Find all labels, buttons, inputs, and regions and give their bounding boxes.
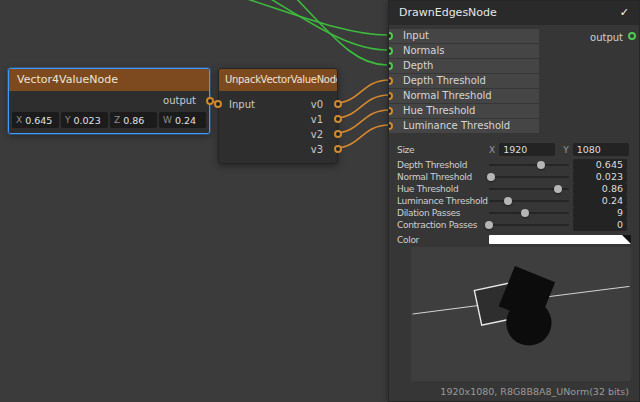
size-x-field[interactable]: 1920 [499, 143, 555, 156]
dilation-passes-value[interactable]: 9 [573, 207, 627, 219]
color-expand-icon[interactable] [622, 235, 631, 244]
slider-row-hue-threshold: Hue Threshold 0.86 [397, 183, 631, 195]
slider-row-luminance-threshold: Luminance Threshold 0.24 [397, 195, 631, 207]
slider-track [489, 212, 569, 214]
edge-to-input[interactable] [238, 0, 387, 35]
normal-threshold-slider[interactable] [489, 171, 569, 183]
w-field-label: W [163, 115, 172, 125]
edge-v0-to-depth-threshold[interactable] [335, 80, 389, 103]
v1-port-icon[interactable] [334, 115, 342, 123]
normals-port-icon[interactable] [389, 47, 393, 55]
v3-port-icon[interactable] [334, 145, 342, 153]
node-drawnedges[interactable]: DrawnEdgesNode ✓ Input Normals Depth Dep… [388, 0, 640, 402]
dilation-passes-slider[interactable] [489, 207, 569, 219]
depth-threshold-value[interactable]: 0.645 [573, 159, 627, 171]
node-graph-canvas[interactable]: Vector4ValueNode output X 0.645 Y 0.023 … [0, 0, 640, 402]
slider-handle[interactable] [485, 221, 493, 229]
v3-port-label: v3 [311, 144, 323, 155]
hue-threshold-port-icon[interactable] [389, 107, 393, 115]
slider-handle[interactable] [504, 197, 512, 205]
v0-output-row: v0 [219, 97, 337, 112]
color-label: Color [397, 235, 489, 245]
depth-threshold-port-label: Depth Threshold [403, 75, 486, 86]
input-port-label: Input [403, 30, 429, 41]
x-field[interactable]: X 0.645 [12, 112, 59, 128]
hue-threshold-slider[interactable] [489, 183, 569, 195]
luminance-threshold-label: Luminance Threshold [397, 196, 489, 206]
slider-row-depth-threshold: Depth Threshold 0.645 [397, 159, 631, 171]
y-field-label: Y [65, 115, 71, 125]
drawnedges-output-row: output [590, 29, 639, 43]
input-row-normals: Normals [389, 44, 539, 58]
dilation-passes-label: Dilation Passes [397, 208, 489, 218]
node-preview [411, 247, 631, 381]
slider-row-normal-threshold: Normal Threshold 0.023 [397, 171, 631, 183]
hue-threshold-value[interactable]: 0.86 [573, 183, 627, 195]
slider-track [489, 224, 569, 226]
w-field-value[interactable]: 0.24 [175, 115, 196, 126]
input-row-depth: Depth [389, 59, 539, 73]
edge-v3-to-luminance-threshold[interactable] [335, 125, 389, 148]
v1-output-row: v1 [219, 112, 337, 127]
input-row-hue-threshold: Hue Threshold [389, 104, 539, 118]
edge-v2-to-hue-threshold[interactable] [335, 110, 389, 133]
luminance-threshold-value[interactable]: 0.24 [573, 195, 627, 207]
depth-port-icon[interactable] [389, 62, 393, 70]
node-title-drawnedges[interactable]: DrawnEdgesNode ✓ [389, 1, 639, 25]
color-swatch[interactable] [489, 235, 631, 244]
slider-handle[interactable] [487, 173, 495, 181]
normal-threshold-port-icon[interactable] [389, 92, 393, 100]
slider-handle[interactable] [521, 209, 529, 217]
contraction-passes-slider[interactable] [489, 219, 569, 231]
size-y-field[interactable]: 1080 [573, 143, 629, 156]
luminance-threshold-slider[interactable] [489, 195, 569, 207]
input-port-icon[interactable] [389, 32, 393, 40]
v0-port-label: v0 [311, 99, 323, 110]
slider-row-dilation-passes: Dilation Passes 9 [397, 207, 631, 219]
v0-port-icon[interactable] [334, 100, 342, 108]
contraction-passes-label: Contraction Passes [397, 220, 489, 230]
drawnedges-title-text: DrawnEdgesNode [399, 6, 497, 19]
preview-render [411, 247, 631, 381]
size-x-label: X [489, 145, 495, 155]
depth-threshold-label: Depth Threshold [397, 160, 489, 170]
depth-threshold-slider[interactable] [489, 159, 569, 171]
normal-threshold-value[interactable]: 0.023 [573, 171, 627, 183]
x-field-label: X [16, 115, 22, 125]
input-row-luminance-threshold: Luminance Threshold [389, 119, 539, 133]
slider-track [489, 164, 569, 166]
x-field-value[interactable]: 0.645 [25, 115, 52, 126]
slider-handle[interactable] [554, 185, 562, 193]
input-row-depth-threshold: Depth Threshold [389, 74, 539, 88]
node-unpackvectorvalue[interactable]: UnpackVectorValueNode Input v0 v1 v2 v3 [218, 68, 338, 164]
w-field[interactable]: W 0.24 [159, 112, 206, 128]
node-title-unpackvectorvalue[interactable]: UnpackVectorValueNode [219, 69, 337, 91]
output-port-icon[interactable] [206, 97, 214, 105]
z-field[interactable]: Z 0.86 [110, 112, 157, 128]
contraction-passes-value[interactable]: 0 [573, 219, 627, 231]
y-field-value[interactable]: 0.023 [74, 115, 101, 126]
v2-port-icon[interactable] [334, 130, 342, 138]
drawnedges-properties: Size X 1920 Y 1080 Depth Threshold 0.645… [397, 142, 631, 246]
slider-handle[interactable] [537, 161, 545, 169]
luminance-threshold-port-label: Luminance Threshold [403, 120, 510, 131]
slider-row-contraction-passes: Contraction Passes 0 [397, 219, 631, 231]
size-y-label: Y [563, 145, 569, 155]
depth-threshold-port-icon[interactable] [389, 77, 393, 85]
node-title-vector4value[interactable]: Vector4ValueNode [9, 69, 209, 91]
input-row-normal-threshold: Normal Threshold [389, 89, 539, 103]
v2-port-label: v2 [311, 129, 323, 140]
input-row-input: Input [389, 29, 539, 43]
size-label: Size [397, 145, 489, 155]
normals-port-label: Normals [403, 45, 444, 56]
luminance-threshold-port-icon[interactable] [389, 122, 393, 130]
y-field[interactable]: Y 0.023 [61, 112, 108, 128]
z-field-value[interactable]: 0.86 [123, 115, 144, 126]
depth-port-label: Depth [403, 60, 433, 71]
node-vector4value[interactable]: Vector4ValueNode output X 0.645 Y 0.023 … [8, 68, 210, 134]
output-port-icon[interactable] [628, 32, 636, 40]
node-enabled-check-icon[interactable]: ✓ [620, 1, 629, 25]
hue-threshold-port-label: Hue Threshold [403, 105, 475, 116]
edge-v1-to-normal-threshold[interactable] [335, 95, 389, 118]
edge-to-depth[interactable] [294, 0, 387, 65]
